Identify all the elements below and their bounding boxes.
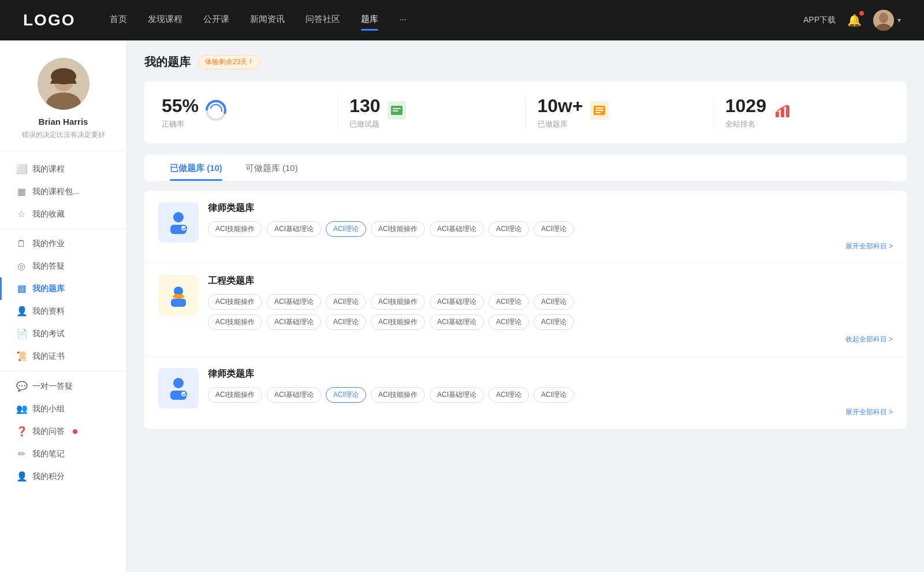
tag-2-12[interactable]: ACI基础理论: [430, 314, 484, 330]
svg-rect-13: [393, 110, 398, 112]
sidebar-label-notes: 我的笔记: [32, 449, 65, 459]
stat-done-questions: 130 已做试题: [349, 95, 526, 129]
tag-1-5[interactable]: ACI基础理论: [430, 221, 484, 237]
tag-3-3[interactable]: ACI理论: [326, 387, 366, 403]
trial-badge: 体验剩余23天！: [199, 55, 260, 69]
tag-3-4[interactable]: ACI技能操作: [371, 387, 425, 403]
bank-name-1: 律师类题库: [208, 202, 893, 214]
file-icon: ⬜: [16, 164, 27, 174]
accuracy-value: 55%: [162, 95, 199, 117]
tag-3-5[interactable]: ACI基础理论: [430, 387, 484, 403]
points-icon: 👤: [16, 471, 27, 482]
tab-done-banks[interactable]: 已做题库 (10): [158, 155, 234, 181]
tag-2-7[interactable]: ACI理论: [534, 294, 574, 310]
tag-2-2[interactable]: ACI基础理论: [267, 294, 321, 310]
sidebar-item-one-on-one[interactable]: 💬 一对一答疑: [0, 375, 126, 398]
sidebar-item-qa[interactable]: ◎ 我的答疑: [0, 255, 126, 277]
tag-1-2[interactable]: ACI基础理论: [267, 221, 321, 237]
clipboard-icon: 🗒: [16, 239, 27, 249]
expand-btn-1[interactable]: 展开全部科目 >: [845, 242, 893, 251]
sidebar-label-course-package: 我的课程包...: [32, 187, 80, 197]
user-avatar-menu[interactable]: ▾: [873, 10, 901, 31]
sidebar-item-points[interactable]: 👤 我的积分: [0, 465, 126, 488]
tag-2-11[interactable]: ACI技能操作: [371, 314, 425, 330]
user-avatar: [873, 10, 894, 31]
stats-bar: 55% 正确率 130 已做试题: [144, 81, 907, 143]
bank-icon: ▤: [16, 283, 27, 294]
bank-actions-3: 展开全部科目 >: [208, 407, 893, 417]
sidebar: Brian Harris 错误的决定比没有决定要好 ⬜ 我的课程 ▦ 我的课程包…: [0, 40, 127, 572]
sidebar-label-homework: 我的作业: [32, 239, 65, 249]
tag-2-5[interactable]: ACI基础理论: [430, 294, 484, 310]
svg-point-9: [210, 105, 222, 116]
profile-name: Brian Harris: [39, 117, 88, 127]
nav-news[interactable]: 新闻资讯: [250, 14, 285, 27]
sidebar-label-materials: 我的资料: [32, 306, 65, 317]
bank-card-1: 律师类题库 ACI技能操作 ACI基础理论 ACI理论 ACI技能操作 ACI基…: [144, 191, 907, 263]
sidebar-menu: ⬜ 我的课程 ▦ 我的课程包... ☆ 我的收藏 🗒 我的作业 ◎ 我的答疑 ▤: [0, 152, 126, 493]
bank-tags-3: ACI技能操作 ACI基础理论 ACI理论 ACI技能操作 ACI基础理论 AC…: [208, 387, 893, 403]
tag-2-1[interactable]: ACI技能操作: [208, 294, 262, 310]
sidebar-item-notes[interactable]: ✏ 我的笔记: [0, 443, 126, 465]
tag-3-2[interactable]: ACI基础理论: [267, 387, 321, 403]
sidebar-item-certificate[interactable]: 📜 我的证书: [0, 345, 126, 367]
sidebar-item-my-qa[interactable]: ❓ 我的问答: [0, 420, 126, 443]
tag-2-4[interactable]: ACI技能操作: [371, 294, 425, 310]
expand-btn-3[interactable]: 展开全部科目 >: [845, 407, 893, 417]
tag-1-7[interactable]: ACI理论: [534, 221, 574, 237]
tag-2-10[interactable]: ACI理论: [326, 314, 366, 330]
navbar-right: APP下载 🔔 ▾: [803, 10, 901, 31]
nav-more[interactable]: ···: [399, 14, 407, 27]
app-download-link[interactable]: APP下载: [803, 15, 836, 25]
question-icon: ◎: [16, 261, 27, 272]
group-icon: 👥: [16, 403, 27, 414]
nav-open-course[interactable]: 公开课: [203, 14, 229, 27]
nav-home[interactable]: 首页: [110, 14, 127, 27]
tag-2-8[interactable]: ACI技能操作: [208, 314, 262, 330]
tab-available-banks[interactable]: 可做题库 (10): [234, 155, 310, 181]
tag-3-6[interactable]: ACI理论: [489, 387, 529, 403]
sidebar-item-materials[interactable]: 👤 我的资料: [0, 300, 126, 322]
sidebar-item-exam[interactable]: 📄 我的考试: [0, 322, 126, 345]
done-banks-label: 已做题库: [538, 119, 583, 129]
notification-bell[interactable]: 🔔: [847, 13, 862, 27]
tag-1-1[interactable]: ACI技能操作: [208, 221, 262, 237]
sidebar-item-my-course[interactable]: ⬜ 我的课程: [0, 158, 126, 180]
tag-2-9[interactable]: ACI基础理论: [267, 314, 321, 330]
sidebar-item-question-bank[interactable]: ▤ 我的题库: [0, 277, 126, 300]
ranking-value: 1029: [725, 95, 766, 117]
collapse-btn-2[interactable]: 收起全部科目 >: [845, 335, 893, 344]
sidebar-item-course-package[interactable]: ▦ 我的课程包...: [0, 180, 126, 203]
chat-icon: 💬: [16, 381, 27, 392]
bank-name-2: 工程类题库: [208, 275, 893, 287]
nav-question-bank[interactable]: 题库: [361, 14, 378, 27]
star-icon: ☆: [16, 209, 27, 220]
tag-2-6[interactable]: ACI理论: [489, 294, 529, 310]
tag-1-4[interactable]: ACI技能操作: [371, 221, 425, 237]
sidebar-item-favorites[interactable]: ☆ 我的收藏: [0, 203, 126, 225]
nav-discover[interactable]: 发现课程: [148, 14, 182, 27]
svg-rect-12: [393, 108, 401, 109]
sidebar-item-homework[interactable]: 🗒 我的作业: [0, 233, 126, 255]
sidebar-item-group[interactable]: 👥 我的小组: [0, 398, 126, 420]
tag-2-14[interactable]: ACI理论: [534, 314, 574, 330]
page-title: 我的题库: [144, 54, 191, 70]
tag-3-1[interactable]: ACI技能操作: [208, 387, 262, 403]
bank-content-3: 律师类题库 ACI技能操作 ACI基础理论 ACI理论 ACI技能操作 ACI基…: [208, 368, 893, 417]
profile-motto: 错误的决定比没有决定要好: [22, 130, 105, 140]
bank-tags-2-row2: ACI技能操作 ACI基础理论 ACI理论 ACI技能操作 ACI基础理论 AC…: [208, 314, 893, 330]
bank-list: 律师类题库 ACI技能操作 ACI基础理论 ACI理论 ACI技能操作 ACI基…: [144, 191, 907, 429]
nav-qa[interactable]: 问答社区: [305, 14, 340, 27]
tag-1-6[interactable]: ACI理论: [489, 221, 529, 237]
svg-rect-18: [595, 112, 601, 113]
bank-content-2: 工程类题库 ACI技能操作 ACI基础理论 ACI理论 ACI技能操作 ACI基…: [208, 275, 893, 344]
tag-2-13[interactable]: ACI理论: [489, 314, 529, 330]
divider-1: [0, 229, 126, 229]
tag-3-7[interactable]: ACI理论: [534, 387, 574, 403]
done-questions-label: 已做试题: [349, 119, 380, 129]
svg-rect-16: [595, 107, 603, 109]
tag-2-3[interactable]: ACI理论: [326, 294, 366, 310]
sidebar-label-qa: 我的答疑: [32, 261, 65, 272]
tag-1-3[interactable]: ACI理论: [326, 221, 366, 237]
divider-2: [0, 371, 126, 372]
